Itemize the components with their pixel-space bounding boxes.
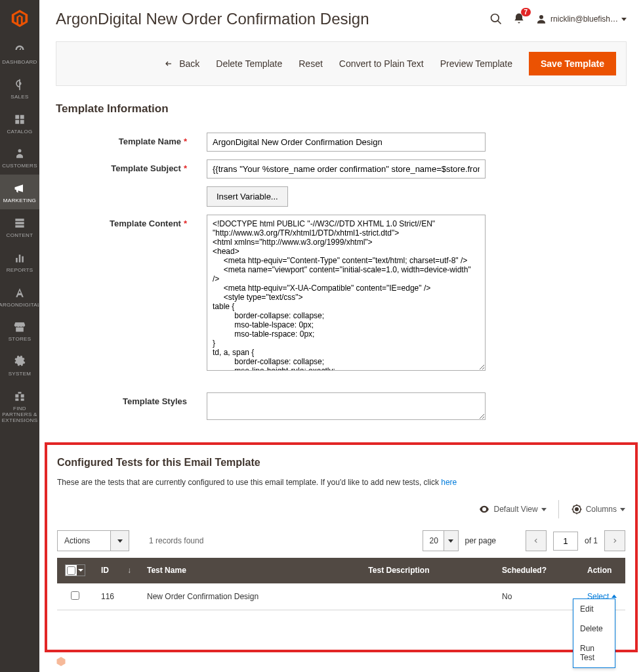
prev-page-button[interactable] (526, 530, 547, 551)
sidebar-item-sales[interactable]: SALES (0, 71, 39, 106)
configured-tests-heading: Configured Tests for this Email Template (57, 457, 625, 469)
action-toolbar: Back Delete Template Reset Convert to Pl… (56, 41, 627, 86)
dashboard-icon (12, 43, 27, 57)
delete-template-button[interactable]: Delete Template (216, 58, 282, 69)
tests-grid: ID↓ Test Name Test Description Scheduled… (57, 558, 625, 610)
cell-test-name: New Order Confirmation Design (139, 583, 360, 610)
col-id[interactable]: ID↓ (93, 558, 139, 583)
svg-point-3 (575, 508, 578, 511)
next-page-button[interactable] (604, 530, 625, 551)
notifications-button[interactable]: 7 (512, 12, 526, 27)
sidebar-item-content[interactable]: CONTENT (0, 209, 39, 244)
sidebar-item-catalog[interactable]: CATALOG (0, 106, 39, 140)
system-icon (12, 354, 27, 369)
page-header: ArgonDigital New Order Confirmation Desi… (39, 0, 643, 35)
records-found-label: 1 records found (149, 536, 416, 545)
template-styles-textarea[interactable] (207, 392, 486, 420)
customers-icon (12, 146, 27, 161)
cell-scheduled: No (494, 583, 579, 610)
sidebar-item-dashboard[interactable]: DASHBOARD (0, 36, 39, 71)
template-name-input[interactable] (207, 133, 486, 152)
page-size-select[interactable]: 20 (423, 530, 459, 551)
admin-sidebar: DASHBOARD SALES CATALOG CUSTOMERS MARKET… (0, 0, 39, 672)
template-info-heading: Template Information (39, 102, 643, 129)
sidebar-item-partners[interactable]: FIND PARTNERS & EXTENSIONS (0, 383, 39, 429)
template-name-label: Template Name* (56, 133, 207, 146)
template-content-label: Template Content* (56, 215, 207, 228)
table-row: 116 New Order Confirmation Design No Sel… (57, 583, 625, 610)
back-button[interactable]: Back (163, 58, 199, 69)
chevron-down-icon (541, 508, 547, 511)
cell-test-description (360, 583, 494, 610)
col-test-description[interactable]: Test Description (360, 558, 494, 583)
reports-icon (12, 251, 27, 265)
add-tests-link[interactable]: here (441, 478, 457, 487)
content-icon (12, 216, 27, 230)
sidebar-item-stores[interactable]: STORES (0, 313, 39, 348)
search-icon[interactable] (489, 12, 503, 26)
page-title: ArgonDigital New Order Confirmation Desi… (56, 10, 489, 28)
convert-plain-text-button[interactable]: Convert to Plain Text (339, 58, 424, 69)
chevron-down-icon (621, 18, 627, 21)
template-subject-input[interactable] (207, 159, 486, 178)
configured-tests-section: Configured Tests for this Email Template… (45, 442, 638, 652)
action-menu-edit[interactable]: Edit (573, 599, 615, 619)
actions-dropdown[interactable]: Actions (57, 530, 129, 551)
default-view-dropdown[interactable]: Default View (478, 503, 546, 515)
of-pages-label: of 1 (585, 536, 598, 545)
reset-button[interactable]: Reset (299, 58, 323, 69)
notification-badge: 7 (521, 8, 531, 16)
sidebar-item-system[interactable]: SYSTEM (0, 348, 39, 383)
sidebar-item-customers[interactable]: CUSTOMERS (0, 140, 39, 175)
marketing-icon (12, 181, 27, 196)
sidebar-item-reports[interactable]: REPORTS (0, 244, 39, 279)
col-scheduled[interactable]: Scheduled? (494, 558, 579, 583)
row-checkbox[interactable] (71, 591, 79, 600)
insert-variable-button[interactable]: Insert Variable... (207, 186, 288, 207)
per-page-label: per page (465, 536, 496, 545)
template-content-textarea[interactable] (207, 215, 486, 371)
chevron-down-icon (78, 569, 83, 572)
magento-logo[interactable] (0, 0, 39, 36)
preview-template-button[interactable]: Preview Template (440, 58, 512, 69)
template-styles-label: Template Styles (56, 392, 207, 406)
save-template-button[interactable]: Save Template (529, 52, 616, 75)
chevron-down-icon (448, 539, 453, 543)
action-menu-run-test[interactable]: Run Test (573, 639, 615, 667)
partners-icon (12, 389, 27, 404)
svg-point-0 (491, 14, 499, 22)
configured-tests-description: These are the tests that are currently c… (57, 478, 625, 487)
username: rnicklin@bluefish… (550, 14, 618, 24)
cell-id: 116 (93, 583, 139, 610)
template-subject-label: Template Subject* (56, 159, 207, 173)
account-dropdown[interactable]: rnicklin@bluefish… (535, 13, 627, 25)
col-action: Action (579, 558, 625, 583)
columns-dropdown[interactable]: Columns (571, 503, 625, 515)
select-all-header[interactable] (57, 558, 93, 583)
chevron-down-icon (117, 539, 123, 543)
sidebar-item-marketing[interactable]: MARKETING (0, 175, 39, 209)
catalog-icon (12, 112, 27, 127)
chevron-down-icon (620, 508, 625, 511)
stores-icon (12, 320, 27, 334)
chevron-up-icon (612, 595, 617, 598)
sidebar-item-argondigital[interactable]: ARGONDIGITAL (0, 279, 39, 314)
footer (39, 650, 643, 673)
svg-line-1 (498, 21, 501, 24)
col-test-name[interactable]: Test Name (139, 558, 360, 583)
action-menu-delete[interactable]: Delete (573, 619, 615, 639)
page-number-input[interactable] (553, 532, 578, 551)
argon-icon (12, 285, 27, 300)
row-action-menu: Edit Delete Run Test (573, 598, 615, 668)
sales-icon (12, 77, 27, 92)
